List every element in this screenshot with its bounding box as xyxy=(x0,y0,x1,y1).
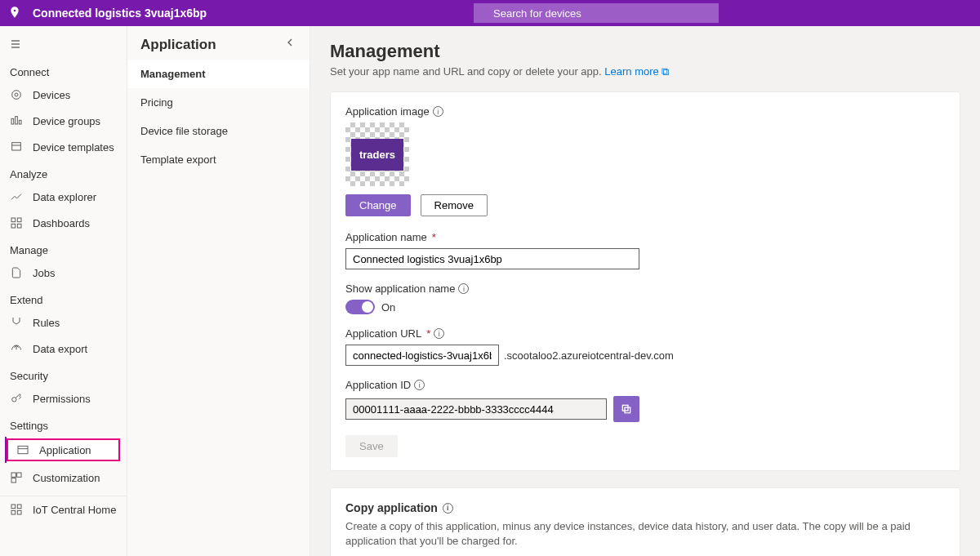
svg-rect-17 xyxy=(11,473,16,477)
location-icon xyxy=(8,6,21,21)
sub-nav-title: Application xyxy=(140,37,216,53)
svg-rect-12 xyxy=(11,224,16,228)
rules-icon xyxy=(10,316,23,329)
show-app-name-label: Show application name xyxy=(345,282,455,295)
save-button: Save xyxy=(345,435,398,457)
copy-application-desc: Create a copy of this application, minus… xyxy=(345,519,945,549)
svg-point-3 xyxy=(12,91,21,100)
grid-icon xyxy=(10,503,23,516)
info-icon[interactable]: i xyxy=(458,283,469,294)
nav-item-label: Jobs xyxy=(33,267,55,279)
devices-icon xyxy=(10,88,23,101)
sub-item-management[interactable]: Management xyxy=(127,60,310,88)
svg-rect-20 xyxy=(11,505,16,509)
remove-button[interactable]: Remove xyxy=(421,194,488,216)
nav-item-label: Application xyxy=(39,444,91,456)
jobs-icon xyxy=(10,266,23,279)
sub-nav: Application Management Pricing Device fi… xyxy=(127,26,310,556)
traders-logo: traders xyxy=(351,139,403,171)
sub-item-template-export[interactable]: Template export xyxy=(127,145,310,174)
info-icon[interactable]: i xyxy=(434,328,444,339)
page-subtitle: Set your app name and URL and copy or de… xyxy=(330,65,960,78)
app-url-label: Application URL xyxy=(345,327,421,340)
info-icon[interactable]: i xyxy=(433,106,443,117)
nav-item-customization[interactable]: Customization xyxy=(0,465,127,491)
svg-rect-15 xyxy=(18,446,28,453)
primary-nav: Connect Devices Device groups Device tem… xyxy=(0,26,127,556)
nav-item-data-explorer[interactable]: Data explorer xyxy=(0,184,127,210)
toggle-state: On xyxy=(381,301,395,314)
sub-item-device-file-storage[interactable]: Device file storage xyxy=(127,117,310,145)
nav-item-application[interactable]: Application xyxy=(5,437,122,463)
app-name-header: Connected logistics 3vuaj1x6bp xyxy=(33,7,207,20)
svg-rect-23 xyxy=(17,510,21,514)
nav-item-label: Customization xyxy=(33,472,100,484)
nav-item-label: Dashboards xyxy=(33,217,90,229)
device-groups-icon xyxy=(10,114,23,127)
nav-item-label: IoT Central Home xyxy=(33,504,116,516)
nav-item-device-groups[interactable]: Device groups xyxy=(0,108,127,134)
app-url-suffix: .scootaloo2.azureiotcentral-dev.com xyxy=(504,349,674,362)
nav-section-connect: Connect xyxy=(0,58,127,82)
nav-item-label: Devices xyxy=(33,89,70,101)
svg-rect-6 xyxy=(16,117,18,124)
nav-item-dashboards[interactable]: Dashboards xyxy=(0,210,127,236)
svg-rect-11 xyxy=(17,218,21,222)
app-url-input[interactable] xyxy=(345,345,499,366)
chevron-left-icon[interactable] xyxy=(283,36,296,53)
svg-rect-8 xyxy=(12,143,21,150)
change-button[interactable]: Change xyxy=(345,194,411,216)
nav-item-iot-central-home[interactable]: IoT Central Home xyxy=(0,496,127,523)
app-name-input[interactable] xyxy=(345,248,639,269)
info-icon[interactable]: i xyxy=(414,380,425,390)
copy-application-card: Copy application i Create a copy of this… xyxy=(330,487,960,556)
svg-rect-5 xyxy=(11,118,14,124)
nav-item-devices[interactable]: Devices xyxy=(0,82,127,108)
app-name-label: Application name xyxy=(345,231,427,243)
nav-section-security: Security xyxy=(0,362,127,385)
nav-item-rules[interactable]: Rules xyxy=(0,309,127,336)
copy-icon xyxy=(620,403,633,416)
learn-more-link[interactable]: Learn more ⧉ xyxy=(604,65,669,78)
content-area: Management Set your app name and URL and… xyxy=(310,26,980,556)
external-link-icon: ⧉ xyxy=(662,65,669,78)
svg-rect-10 xyxy=(11,218,16,222)
customization-icon xyxy=(10,471,23,484)
page-title: Management xyxy=(330,41,960,62)
svg-point-14 xyxy=(12,398,16,402)
nav-section-settings: Settings xyxy=(0,411,127,435)
application-icon xyxy=(16,443,29,456)
svg-rect-21 xyxy=(17,505,21,509)
app-image-label: Application image xyxy=(345,105,430,118)
data-explorer-icon xyxy=(10,190,23,203)
nav-item-label: Rules xyxy=(33,317,60,329)
svg-rect-13 xyxy=(17,224,21,228)
top-bar: Connected logistics 3vuaj1x6bp xyxy=(0,0,980,26)
nav-item-label: Device templates xyxy=(33,141,114,153)
nav-section-manage: Manage xyxy=(0,236,127,260)
svg-point-4 xyxy=(15,93,18,96)
search-input[interactable] xyxy=(474,3,719,23)
hamburger-icon[interactable] xyxy=(0,33,127,58)
application-image: traders xyxy=(345,122,409,186)
sub-item-pricing[interactable]: Pricing xyxy=(127,88,310,117)
nav-item-jobs[interactable]: Jobs xyxy=(0,260,127,286)
nav-item-permissions[interactable]: Permissions xyxy=(0,385,127,411)
nav-item-data-export[interactable]: Data export xyxy=(0,336,127,362)
app-id-display xyxy=(345,398,607,420)
permissions-icon xyxy=(10,392,23,405)
svg-rect-22 xyxy=(11,510,16,514)
copy-id-button[interactable] xyxy=(613,396,639,422)
svg-rect-18 xyxy=(17,473,21,477)
dashboards-icon xyxy=(10,216,23,229)
nav-item-label: Device groups xyxy=(33,115,100,127)
app-id-label: Application ID xyxy=(345,379,411,391)
management-card: Application image i traders Change Remov… xyxy=(330,91,960,471)
show-app-name-toggle[interactable] xyxy=(345,300,375,314)
svg-rect-7 xyxy=(19,120,21,124)
data-export-icon xyxy=(10,342,23,355)
nav-section-analyze: Analyze xyxy=(0,160,127,184)
nav-item-device-templates[interactable]: Device templates xyxy=(0,134,127,160)
info-icon[interactable]: i xyxy=(443,503,453,514)
nav-item-label: Data explorer xyxy=(33,191,96,203)
